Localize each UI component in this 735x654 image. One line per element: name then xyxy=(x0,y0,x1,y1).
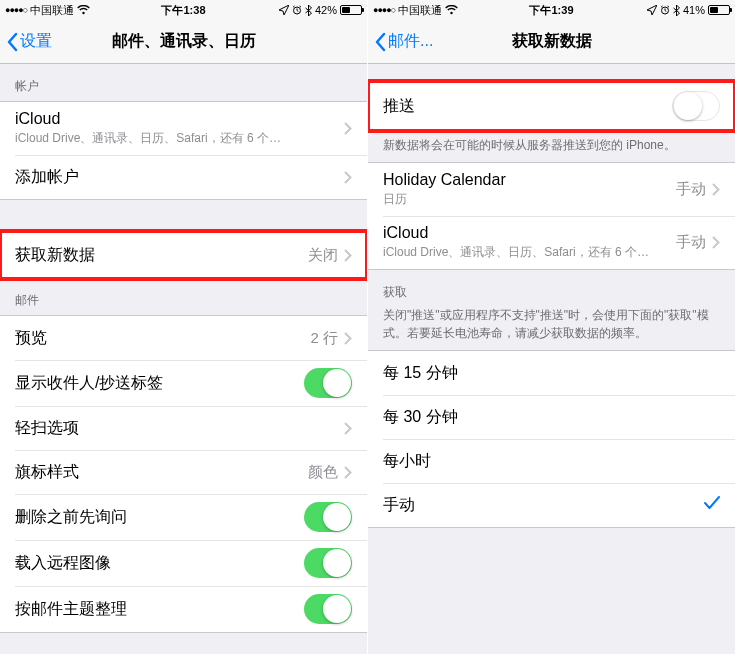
row-icloud[interactable]: iCloud iCloud Drive、通讯录、日历、Safari，还有 6 个… xyxy=(368,216,735,269)
carrier: 中国联通 xyxy=(30,3,74,18)
row-preview[interactable]: 预览 2 行 xyxy=(0,316,367,360)
toggle-show-to-cc[interactable] xyxy=(304,368,352,398)
nav-bar: 设置 邮件、通讯录、日历 xyxy=(0,20,367,64)
battery-pct: 42% xyxy=(315,4,337,16)
opt-hour-label: 每小时 xyxy=(383,451,720,472)
header-fetch: 获取 xyxy=(368,270,735,307)
row-add-account[interactable]: 添加帐户 xyxy=(0,155,367,199)
status-bar: ●●●●○ 中国联通 下午1:38 42% xyxy=(0,0,367,20)
row-load-remote-images[interactable]: 载入远程图像 xyxy=(0,540,367,586)
battery-icon xyxy=(708,5,730,15)
toggle-ask-before-delete[interactable] xyxy=(304,502,352,532)
bluetooth-icon xyxy=(305,5,312,16)
push-footer: 新数据将会在可能的时候从服务器推送到您的 iPhone。 xyxy=(368,130,735,162)
preview-detail: 2 行 xyxy=(310,329,338,348)
icloud-sub: iCloud Drive、通讯录、日历、Safari，还有 6 个… xyxy=(383,244,676,261)
status-time: 下午1:38 xyxy=(161,3,205,18)
nav-bar: 邮件... 获取新数据 xyxy=(368,20,735,64)
organize-by-thread-label: 按邮件主题整理 xyxy=(15,599,304,620)
header-accounts: 帐户 xyxy=(0,64,367,101)
row-manually[interactable]: 手动 xyxy=(368,483,735,527)
toggle-organize-by-thread[interactable] xyxy=(304,594,352,624)
row-every-15-min[interactable]: 每 15 分钟 xyxy=(368,351,735,395)
opt-30-label: 每 30 分钟 xyxy=(383,407,720,428)
location-icon xyxy=(647,5,657,15)
fetch-footer: 关闭"推送"或应用程序不支持"推送"时，会使用下面的"获取"模式。若要延长电池寿… xyxy=(368,307,735,350)
bluetooth-icon xyxy=(673,5,680,16)
fetch-title: 获取新数据 xyxy=(15,245,308,266)
opt-15-label: 每 15 分钟 xyxy=(383,363,720,384)
signal-dots: ●●●●○ xyxy=(5,5,27,15)
status-bar: ●●●●○ 中国联通 下午1:39 41% xyxy=(368,0,735,20)
holiday-detail: 手动 xyxy=(676,180,706,199)
row-ask-before-delete[interactable]: 删除之前先询问 xyxy=(0,494,367,540)
ask-before-delete-label: 删除之前先询问 xyxy=(15,507,304,528)
toggle-load-remote-images[interactable] xyxy=(304,548,352,578)
preview-title: 预览 xyxy=(15,328,310,349)
fetch-detail: 关闭 xyxy=(308,246,338,265)
wifi-icon xyxy=(77,5,90,15)
nav-title: 邮件、通讯录、日历 xyxy=(0,31,367,52)
chevron-right-icon xyxy=(344,332,352,345)
screen-left-settings: ●●●●○ 中国联通 下午1:38 42% 设置 邮件、通讯录、日历 xyxy=(0,0,367,654)
row-push[interactable]: 推送 xyxy=(368,83,735,129)
chevron-right-icon xyxy=(712,236,720,249)
row-holiday-calendar[interactable]: Holiday Calendar 日历 手动 xyxy=(368,163,735,216)
row-hourly[interactable]: 每小时 xyxy=(368,439,735,483)
flag-style-title: 旗标样式 xyxy=(15,462,308,483)
chevron-right-icon xyxy=(344,171,352,184)
icloud-title: iCloud xyxy=(383,224,676,242)
back-button[interactable]: 设置 xyxy=(0,31,52,52)
back-label: 邮件... xyxy=(388,31,433,52)
toggle-push[interactable] xyxy=(672,91,720,121)
back-button[interactable]: 邮件... xyxy=(368,31,433,52)
push-title: 推送 xyxy=(383,96,672,117)
back-label: 设置 xyxy=(20,31,52,52)
battery-icon xyxy=(340,5,362,15)
row-icloud[interactable]: iCloud iCloud Drive、通讯录、日历、Safari，还有 6 个… xyxy=(0,102,367,155)
carrier: 中国联通 xyxy=(398,3,442,18)
chevron-right-icon xyxy=(344,422,352,435)
row-organize-by-thread[interactable]: 按邮件主题整理 xyxy=(0,586,367,632)
battery-pct: 41% xyxy=(683,4,705,16)
signal-dots: ●●●●○ xyxy=(373,5,395,15)
chevron-right-icon xyxy=(344,122,352,135)
icloud-sub: iCloud Drive、通讯录、日历、Safari，还有 6 个… xyxy=(15,130,344,147)
row-swipe-options[interactable]: 轻扫选项 xyxy=(0,406,367,450)
row-flag-style[interactable]: 旗标样式 颜色 xyxy=(0,450,367,494)
header-mail: 邮件 xyxy=(0,278,367,315)
icloud-detail: 手动 xyxy=(676,233,706,252)
location-icon xyxy=(279,5,289,15)
wifi-icon xyxy=(445,5,458,15)
load-remote-images-label: 载入远程图像 xyxy=(15,553,304,574)
chevron-right-icon xyxy=(712,183,720,196)
status-time: 下午1:39 xyxy=(529,3,573,18)
alarm-icon xyxy=(660,5,670,15)
chevron-right-icon xyxy=(344,249,352,262)
swipe-options-label: 轻扫选项 xyxy=(15,418,344,439)
row-fetch-new-data[interactable]: 获取新数据 关闭 xyxy=(0,233,367,277)
chevron-right-icon xyxy=(344,466,352,479)
holiday-sub: 日历 xyxy=(383,191,676,208)
flag-style-detail: 颜色 xyxy=(308,463,338,482)
show-to-cc-label: 显示收件人/抄送标签 xyxy=(15,373,304,394)
opt-manual-label: 手动 xyxy=(383,495,704,516)
check-icon xyxy=(704,496,720,514)
icloud-title: iCloud xyxy=(15,110,344,128)
screen-right-fetch: ●●●●○ 中国联通 下午1:39 41% 邮件... 获取新数据 xyxy=(367,0,735,654)
row-show-to-cc[interactable]: 显示收件人/抄送标签 xyxy=(0,360,367,406)
row-every-30-min[interactable]: 每 30 分钟 xyxy=(368,395,735,439)
add-account-label: 添加帐户 xyxy=(15,167,344,188)
holiday-title: Holiday Calendar xyxy=(383,171,676,189)
alarm-icon xyxy=(292,5,302,15)
